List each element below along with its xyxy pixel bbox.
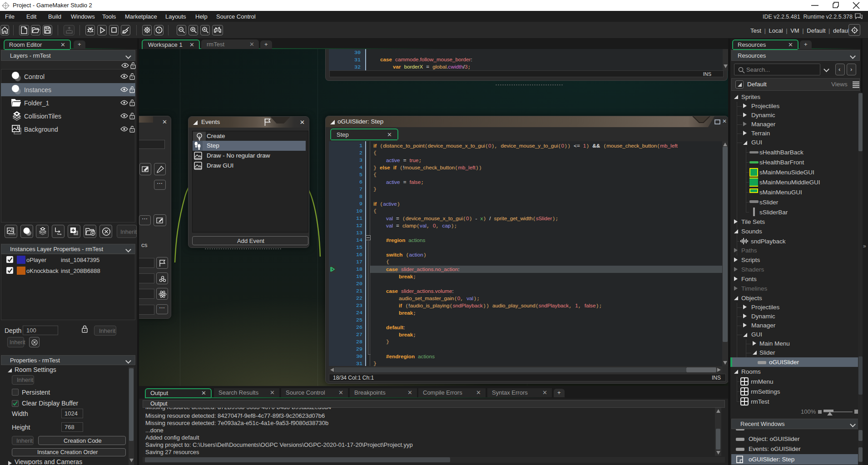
svg-text:?: ?	[158, 28, 160, 33]
